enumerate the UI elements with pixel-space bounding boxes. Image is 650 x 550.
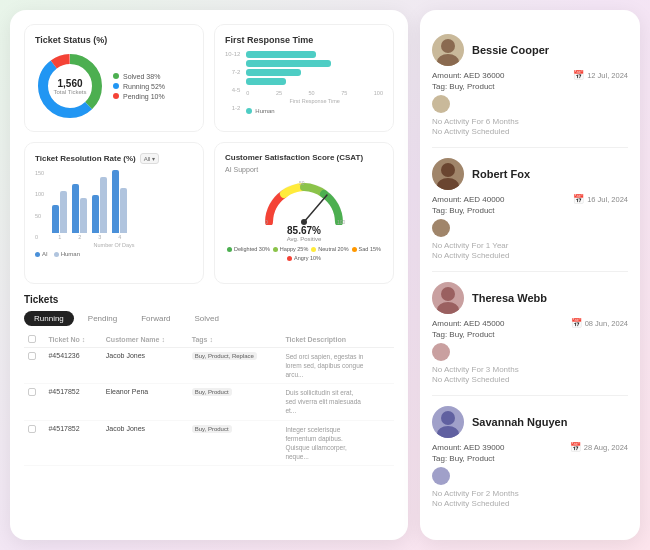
y-axis-labels: 150100500	[35, 170, 46, 240]
h-bar-row-3	[246, 69, 383, 76]
bar-pair-3	[92, 177, 107, 233]
svg-point-12	[437, 178, 459, 190]
table-row: #4517852 Eleanor Pena Buy, Product Duis …	[24, 384, 394, 420]
donut-center: 1,560 Total Tickets	[53, 78, 86, 95]
csat-sub: Avg. Positive	[287, 236, 322, 242]
svg-point-5	[301, 219, 307, 225]
row2-checkbox[interactable]	[24, 384, 44, 420]
human-legend-item: Human	[54, 251, 80, 257]
human-legend-label: Human	[61, 251, 80, 257]
x-label-0: 0	[246, 90, 249, 96]
table-row: #4541236 Jacob Jones Buy, Product, Repla…	[24, 348, 394, 384]
human-bar-2	[80, 198, 87, 233]
h-bar-row-2	[246, 60, 383, 67]
row3-tags: Buy, Product	[188, 420, 282, 465]
solved-label: Solved 38%	[123, 73, 160, 80]
resolution-title: Ticket Resolution Rate (%)	[35, 154, 136, 163]
csat-card: Customer Satisfaction Score (CSAT) AI Su…	[214, 142, 394, 284]
calendar-icon: 📅	[573, 70, 584, 80]
bessie-avatar-img	[432, 34, 464, 66]
bar-pair-1	[52, 191, 67, 233]
ticket-status-card: Ticket Status (%)	[24, 24, 204, 132]
savannah-tag: Tag: Buy, Product	[432, 454, 628, 463]
theresa-meta: Amount: AED 45000 📅 08 Jun, 2024	[432, 318, 628, 328]
col-tags: Tags ↕	[188, 332, 282, 348]
row2-tags: Buy, Product	[188, 384, 282, 420]
bar-group-4: 4	[112, 170, 127, 240]
tab-forward[interactable]: Forward	[131, 311, 180, 326]
y-label-1: 10-12	[225, 51, 240, 57]
ai-bar-3	[92, 195, 99, 233]
savannah-name: Savannah Nguyen	[472, 416, 567, 428]
theresa-activity-time: No Activity For 3 Months	[432, 365, 628, 374]
solved-dot	[113, 73, 119, 79]
x-axis-res: Number Of Days	[35, 242, 193, 248]
bar-pair-2	[72, 184, 87, 233]
legend-item-solved: Solved 38%	[113, 73, 165, 80]
angry-dot	[287, 256, 292, 261]
theresa-activity-scheduled: No Activity Scheduled	[432, 375, 628, 384]
theresa-avatar-img	[432, 282, 464, 314]
tab-running[interactable]: Running	[24, 311, 74, 326]
neutral-label: Neutral 20%	[318, 246, 348, 252]
ai-bar-1	[52, 205, 59, 233]
row3-checkbox[interactable]	[24, 420, 44, 465]
theresa-header: Theresa Webb	[432, 282, 628, 314]
ai-bar-2	[72, 184, 79, 233]
gauge-container: 0 50 100	[259, 177, 349, 225]
tab-solved[interactable]: Solved	[185, 311, 229, 326]
csat-title: Customer Satisfaction Score (CSAT)	[225, 153, 383, 162]
filter-label: All	[144, 156, 151, 162]
row1-checkbox[interactable]	[24, 348, 44, 384]
theresa-amount: Amount: AED 45000	[432, 319, 505, 328]
bar-group-1: 1	[52, 191, 67, 240]
donut-area: 1,560 Total Tickets Solved 38% Running 5…	[35, 51, 193, 121]
h-bar-row-1	[246, 51, 383, 58]
header-checkbox[interactable]	[28, 335, 36, 343]
savannah-info: Savannah Nguyen	[472, 416, 567, 428]
bessie-date-area: 📅 12 Jul, 2024	[573, 70, 628, 80]
x-label-25: 25	[276, 90, 282, 96]
group-label-3: 3	[98, 234, 101, 240]
donut-number: 1,560	[53, 78, 86, 89]
v-bar-chart-wrapper: 150100500 1	[35, 170, 193, 273]
svg-point-15	[441, 411, 455, 425]
h-bar-row-4	[246, 78, 383, 85]
pending-dot	[113, 93, 119, 99]
x-label-100: 100	[374, 90, 383, 96]
savannah-header: Savannah Nguyen	[432, 406, 628, 438]
robert-name: Robert Fox	[472, 168, 530, 180]
ai-legend-dot	[35, 252, 40, 257]
contact-card-theresa: Theresa Webb Amount: AED 45000 📅 08 Jun,…	[432, 272, 628, 396]
delighted-dot	[227, 247, 232, 252]
svg-point-9	[441, 39, 455, 53]
col-description: Ticket Description	[281, 332, 394, 348]
row1-tags: Buy, Product, Replace	[188, 348, 282, 384]
h-bar-4	[246, 78, 286, 85]
svg-point-10	[437, 54, 459, 66]
robert-activity-scheduled: No Activity Scheduled	[432, 251, 628, 260]
svg-point-13	[441, 287, 455, 301]
running-dot	[113, 83, 119, 89]
tab-pending[interactable]: Pending	[78, 311, 127, 326]
svg-line-4	[304, 195, 327, 222]
ai-legend-item: AI	[35, 251, 48, 257]
x-axis-title: First Response Time	[246, 98, 383, 104]
legend-item-running: Running 52%	[113, 83, 165, 90]
svg-text:100: 100	[337, 219, 346, 225]
tickets-tabs: Running Pending Forward Solved	[24, 311, 394, 326]
tickets-title: Tickets	[24, 294, 394, 305]
first-response-card: First Response Time 10-12 7-2 4-5 1-2	[214, 24, 394, 132]
x-axis: 0 25 50 75 100	[246, 90, 383, 96]
svg-text:0: 0	[265, 219, 268, 225]
middle-row: Ticket Resolution Rate (%) All ▾ 1501005…	[24, 142, 394, 284]
svg-point-11	[441, 163, 455, 177]
filter-dropdown[interactable]: All ▾	[140, 153, 160, 164]
csat-neutral: Neutral 20%	[311, 246, 348, 252]
col-checkbox	[24, 332, 44, 348]
robert-header: Robert Fox	[432, 158, 628, 190]
row1-name: Jacob Jones	[102, 348, 188, 384]
robert-tag: Tag: Buy, Product	[432, 206, 628, 215]
res-legend: AI Human	[35, 251, 193, 257]
theresa-name: Theresa Webb	[472, 292, 547, 304]
